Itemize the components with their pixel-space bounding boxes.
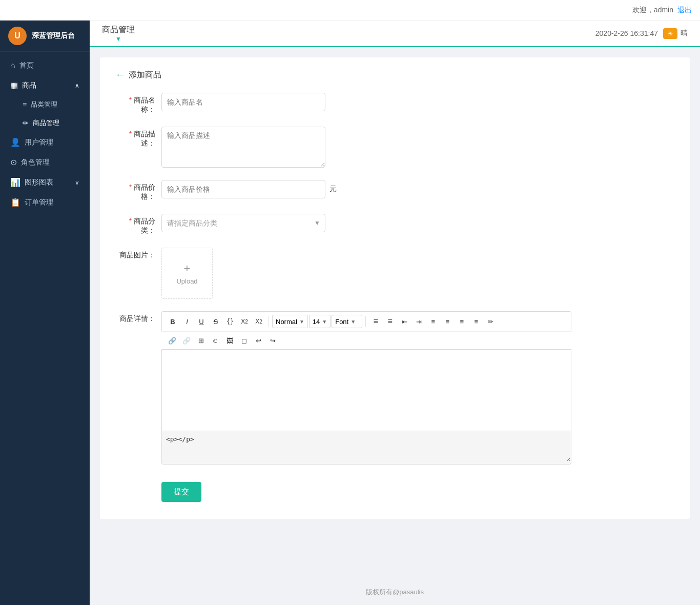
upload-text: Upload [176,277,197,285]
form-row-price: 商品价格： 元 [115,180,674,201]
toolbar-style-dropdown[interactable]: Normal ▼ [272,315,308,328]
goods-icon: ▦ [10,80,18,90]
upload-button[interactable]: + Upload [161,248,213,299]
sidebar-item-home[interactable]: ⌂ 首页 [0,56,90,75]
editor-source: <p></p> [161,431,571,465]
toolbar-sep2 [365,316,366,327]
page-title: 商品管理 [102,25,135,35]
font-arrow: ▼ [351,319,356,325]
desc-input[interactable] [161,127,325,168]
toolbar-underline[interactable]: U [195,315,208,328]
name-label: 商品名称： [115,93,161,114]
toolbar-undo[interactable]: ↩ [252,334,265,347]
goods-arrow: ∧ [75,82,79,89]
price-wrap: 元 [161,180,337,198]
logo-icon: U [8,27,27,45]
toolbar-fontsize-dropdown[interactable]: 14 ▼ [309,315,331,328]
form-row-image: 商品图片： + Upload [115,248,674,299]
image-label: 商品图片： [115,248,161,260]
sidebar-item-goods-manage-label: 商品管理 [33,118,59,128]
form-row-detail: 商品详情： B I U S {} X2 X2 [115,311,674,465]
fontsize-arrow: ▼ [322,319,327,325]
editor-body[interactable] [161,349,571,431]
sidebar: U 深蓝管理后台 ⌂ 首页 ▦ 商品 ∧ ≡ 品类管理 ✏ 商品管理 [0,21,90,605]
page-content: ← 添加商品 商品名称： 商品描述： 商品价格： [90,47,700,579]
footer-text: 版权所有@pasaulis [366,588,424,596]
toolbar-indent-dec[interactable]: ⇤ [398,315,411,328]
toolbar-unlink[interactable]: 🔗 [180,334,193,347]
toolbar-image[interactable]: 🖼 [223,334,236,347]
datetime-text: 2020-2-26 16:31:47 [595,29,658,37]
sidebar-menu: ⌂ 首页 ▦ 商品 ∧ ≡ 品类管理 ✏ 商品管理 👤 用户管理 ⊙ [0,52,90,216]
weather-icon: ☀ [667,30,673,37]
home-icon: ⌂ [10,61,15,70]
add-goods-title: 添加商品 [129,70,161,80]
toolbar-bold[interactable]: B [166,315,179,328]
sidebar-logo: U 深蓝管理后台 [0,21,90,52]
sidebar-item-goods[interactable]: ▦ 商品 ∧ [0,75,90,95]
footer: 版权所有@pasaulis [90,579,700,605]
toolbar-link[interactable]: 🔗 [166,334,179,347]
toolbar-align-left[interactable]: ≡ [426,315,440,328]
form-row-category: 商品分类： 请指定商品分类 ▼ [115,214,674,235]
toolbar-align-right[interactable]: ≡ [455,315,468,328]
toolbar-redo[interactable]: ↪ [266,334,279,347]
category-label: 商品分类： [115,214,161,235]
toolbar-font-dropdown[interactable]: Font ▼ [332,315,362,328]
sidebar-item-users[interactable]: 👤 用户管理 [0,132,90,152]
category-select[interactable]: 请指定商品分类 [161,214,325,232]
toolbar-align-center[interactable]: ≡ [441,315,454,328]
sidebar-item-charts[interactable]: 📊 图形图表 ∨ [0,172,90,192]
upload-plus-icon: + [184,262,191,275]
logout-button[interactable]: 退出 [677,6,692,15]
detail-label: 商品详情： [115,311,161,324]
toolbar-eraser[interactable]: ◻ [237,334,251,347]
toolbar-list-ul[interactable]: ≡ [369,315,382,328]
toolbar-pen[interactable]: ✏ [484,315,497,328]
name-input[interactable] [161,93,325,111]
sidebar-item-category-label: 品类管理 [31,100,57,109]
editor-source-textarea[interactable]: <p></p> [162,431,571,462]
desc-label: 商品描述： [115,127,161,148]
charts-icon: 📊 [10,177,20,187]
sidebar-item-charts-label: 图形图表 [25,178,53,187]
toolbar-indent-inc[interactable]: ⇥ [412,315,425,328]
sidebar-item-category[interactable]: ≡ 品类管理 [0,95,90,114]
top-bar: 欢迎，admin 退出 [0,0,700,21]
price-input[interactable] [161,180,325,198]
back-arrow-icon[interactable]: ← [115,70,125,80]
sidebar-item-roles[interactable]: ⊙ 角色管理 [0,152,90,172]
sidebar-item-orders[interactable]: 📋 订单管理 [0,192,90,212]
weather-badge: ☀ [663,28,677,39]
header-right: 2020-2-26 16:31:47 ☀ 晴 [595,28,688,39]
form-row-name: 商品名称： [115,93,674,114]
toolbar-code[interactable]: {} [223,315,237,328]
toolbar-strikethrough[interactable]: S [209,315,222,328]
welcome-text: 欢迎，admin [632,6,673,15]
price-label: 商品价格： [115,180,161,201]
header-down-arrow: ▼ [115,35,121,43]
toolbar-italic[interactable]: I [180,315,194,328]
editor-toolbar-row2: 🔗 🔗 ⊞ ☺ 🖼 ◻ ↩ ↪ [161,331,571,349]
style-arrow: ▼ [299,319,304,325]
toolbar-superscript[interactable]: X2 [238,315,251,328]
add-goods-header: ← 添加商品 [115,70,674,80]
style-label: Normal [276,318,297,326]
submit-button[interactable]: 提交 [161,482,201,502]
toolbar-align-justify[interactable]: ≡ [469,315,483,328]
sidebar-item-users-label: 用户管理 [25,138,53,147]
font-label: Font [335,318,348,326]
users-icon: 👤 [10,137,20,147]
toolbar-table[interactable]: ⊞ [194,334,208,347]
toolbar-sep1 [269,316,269,327]
toolbar-emoji[interactable]: ☺ [209,334,222,347]
main-layout: U 深蓝管理后台 ⌂ 首页 ▦ 商品 ∧ ≡ 品类管理 ✏ 商品管理 [0,21,700,605]
toolbar-subscript[interactable]: X2 [252,315,265,328]
toolbar-list-ol[interactable]: ≡ [383,315,397,328]
sidebar-item-goods-manage[interactable]: ✏ 商品管理 [0,114,90,132]
sidebar-item-goods-label: 商品 [22,81,36,90]
form-row-desc: 商品描述： [115,127,674,168]
goods-manage-icon: ✏ [23,119,29,127]
fontsize-label: 14 [313,318,320,326]
editor-toolbar-row1: B I U S {} X2 X2 Normal ▼ [161,311,571,331]
